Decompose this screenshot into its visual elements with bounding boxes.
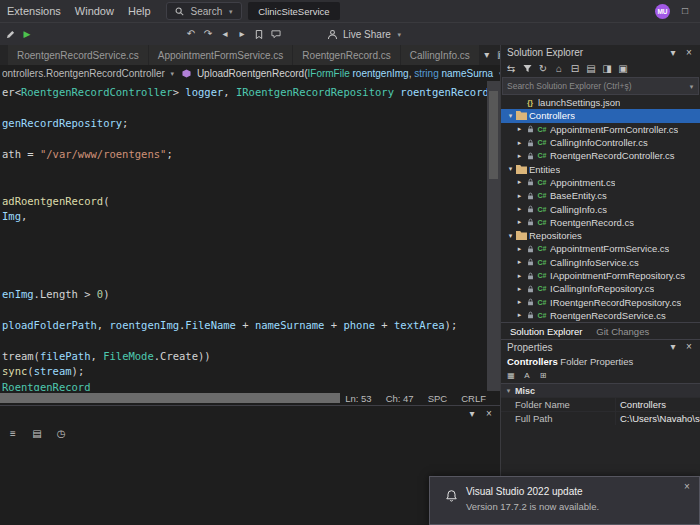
undo-icon[interactable]: ↶: [184, 27, 198, 41]
search-box[interactable]: Search ▾: [166, 2, 243, 20]
chevron-down-icon: ▾: [395, 27, 404, 41]
editor-tab[interactable]: CallingInfo.cs: [401, 45, 479, 65]
tree-chevron-icon[interactable]: ▸: [515, 298, 524, 306]
editor-tab[interactable]: RoentgenRecordService.cs: [8, 45, 148, 65]
home-icon[interactable]: ⌂: [552, 62, 566, 76]
list-icon[interactable]: ≡: [6, 427, 20, 441]
tree-item[interactable]: ▸C#CallingInfoService.cs: [501, 256, 700, 269]
run-icon[interactable]: ▶: [20, 27, 34, 41]
menu-extensions[interactable]: Extensions: [0, 0, 68, 22]
properties-icon[interactable]: ▤: [584, 62, 598, 76]
tree-item[interactable]: ▸C#IAppointmentFormRepository.cs: [501, 269, 700, 282]
document-dropdown-icon[interactable]: ▾: [480, 48, 494, 62]
tree-item[interactable]: ▸C#CallingInfoController.cs: [501, 136, 700, 149]
tree-item[interactable]: {}launchSettings.json: [501, 96, 700, 109]
close-icon[interactable]: ×: [482, 407, 496, 421]
close-icon[interactable]: ×: [682, 340, 696, 354]
tree-item[interactable]: ▸C#RoentgenRecordService.cs: [501, 309, 700, 322]
tree-item[interactable]: ▸C#IRoentgenRecordRepository.cs: [501, 295, 700, 308]
tree-chevron-icon[interactable]: ▸: [515, 125, 524, 133]
breadcrumb-member[interactable]: UploadRoentgenRecord(IFormFile roentgenI…: [197, 68, 493, 79]
preview-icon[interactable]: ◨: [600, 62, 614, 76]
tree-chevron-icon[interactable]: ▸: [515, 139, 524, 147]
tree-chevron-icon[interactable]: ▸: [515, 272, 524, 280]
account-avatar[interactable]: MU: [655, 4, 670, 19]
panel-tab-git-changes[interactable]: Git Changes: [589, 323, 656, 339]
tree-item[interactable]: ▸C#BaseEntity.cs: [501, 189, 700, 202]
tree-chevron-icon[interactable]: ▸: [515, 205, 524, 213]
comment-icon[interactable]: [269, 27, 283, 41]
collapse-all-icon[interactable]: ⊟: [568, 62, 582, 76]
bottom-panel-header-icons: ▾×: [465, 407, 496, 421]
tree-item[interactable]: ▾Entities: [501, 162, 700, 175]
editor-tab[interactable]: AppointmentFormService.cs: [149, 45, 293, 65]
property-category[interactable]: ▾ Misc: [501, 384, 700, 397]
editor-column: RoentgenRecordService.csAppointmentFormS…: [0, 45, 500, 525]
lock-icon: [524, 216, 536, 228]
alphabetical-icon[interactable]: A: [520, 369, 534, 383]
tree-item[interactable]: ▸C#ICallingInfoRepository.cs: [501, 282, 700, 295]
tree-chevron-icon[interactable]: ▸: [515, 192, 524, 200]
tree-item-label: RoentgenRecord.cs: [550, 217, 634, 228]
switch-views-icon[interactable]: ⇆: [504, 62, 518, 76]
filter-icon[interactable]: [520, 62, 534, 76]
tree-chevron-icon[interactable]: ▸: [515, 285, 524, 293]
chevron-down-icon[interactable]: ▾: [687, 79, 696, 93]
scrollbar-thumb[interactable]: [0, 393, 340, 403]
editor-horizontal-scrollbar[interactable]: [0, 393, 315, 403]
tree-chevron-icon[interactable]: ▾: [506, 232, 515, 240]
tree-chevron-icon[interactable]: ▸: [515, 245, 524, 253]
property-pages-icon[interactable]: ⊞: [536, 369, 550, 383]
previous-bookmark-icon[interactable]: ◂: [218, 27, 232, 41]
tree-chevron-icon[interactable]: ▸: [515, 311, 524, 319]
next-bookmark-icon[interactable]: ▸: [235, 27, 249, 41]
property-row[interactable]: Full PathC:\Users\Navaho\source\r: [501, 411, 700, 425]
history-icon[interactable]: ◷: [54, 427, 68, 441]
output-icon[interactable]: ▤: [30, 427, 44, 441]
tree-item[interactable]: ▸C#RoentgenRecord.cs: [501, 216, 700, 229]
code-area[interactable]: er<RoentgenRecordController> logger, IRo…: [0, 81, 487, 391]
editor-vertical-scrollbar[interactable]: [487, 81, 500, 391]
tree-chevron-icon[interactable]: ▸: [515, 218, 524, 226]
code-token: RoentgenRecord: [2, 381, 91, 392]
property-row[interactable]: Folder NameControllers: [501, 397, 700, 411]
properties-object-selector[interactable]: Controllers Folder Properties: [501, 354, 700, 369]
refresh-icon[interactable]: ↻: [536, 62, 550, 76]
code-line: [2, 101, 487, 117]
lock-icon: [524, 283, 536, 295]
redo-icon[interactable]: ↷: [201, 27, 215, 41]
tree-chevron-icon[interactable]: ▸: [515, 152, 524, 160]
menu-help[interactable]: Help: [121, 0, 158, 22]
menu-window[interactable]: Window: [68, 0, 121, 22]
edit-icon[interactable]: [3, 27, 17, 41]
tree-chevron-icon[interactable]: ▾: [506, 112, 515, 120]
close-icon[interactable]: ×: [680, 480, 694, 494]
code-line: ath = "/var/www/roentgens";: [2, 147, 487, 163]
chevron-down-icon[interactable]: ▾: [168, 66, 177, 80]
editor-tab[interactable]: RoentgenRecord.cs: [293, 45, 399, 65]
solution-search-input[interactable]: [503, 81, 687, 91]
tree-item[interactable]: ▾Repositories: [501, 229, 700, 242]
code-token: Create: [160, 350, 198, 362]
panel-tab-solution-explorer[interactable]: Solution Explorer: [503, 323, 589, 339]
tree-item[interactable]: ▸C#Appointment.cs: [501, 176, 700, 189]
chevron-down-icon[interactable]: ▾: [666, 340, 680, 354]
bookmark-icon[interactable]: [252, 27, 266, 41]
scrollbar-thumb[interactable]: [489, 91, 498, 179]
window-layout-icon[interactable]: □: [678, 4, 692, 18]
tree-item[interactable]: ▾Controllers: [501, 109, 700, 122]
tree-chevron-icon[interactable]: ▾: [506, 165, 515, 173]
tree-item[interactable]: ▸C#AppointmentFormController.cs: [501, 123, 700, 136]
tree-chevron-icon[interactable]: ▸: [515, 258, 524, 266]
tree-item[interactable]: ▸C#RoentgenRecordController.cs: [501, 149, 700, 162]
pin-icon[interactable]: ▣: [616, 62, 630, 76]
categorized-icon[interactable]: ▦: [504, 369, 518, 383]
tree-item[interactable]: ▸C#CallingInfo.cs: [501, 202, 700, 215]
tree-chevron-icon[interactable]: ▸: [515, 178, 524, 186]
chevron-down-icon[interactable]: ▾: [465, 407, 479, 421]
close-icon[interactable]: ×: [682, 46, 696, 60]
tree-item[interactable]: ▸C#AppointmentFormService.cs: [501, 242, 700, 255]
live-share-button[interactable]: Live Share ▾: [325, 27, 404, 41]
chevron-down-icon[interactable]: ▾: [666, 46, 680, 60]
breadcrumb-scope[interactable]: ontrollers.RoentgenRecordController: [2, 68, 165, 79]
